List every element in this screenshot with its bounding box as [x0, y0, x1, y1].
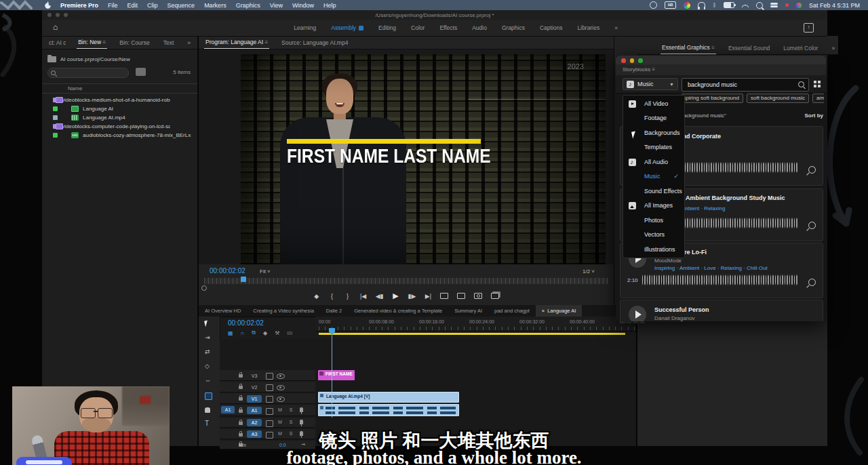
step-back-icon[interactable]: ◀▮ — [376, 293, 384, 300]
mark-out-icon[interactable]: } — [344, 293, 351, 300]
bin-row[interactable]: videoblocks-computer-code-playing-on-lcd… — [42, 122, 197, 131]
voiceover-mic-icon[interactable] — [300, 407, 303, 412]
lock-icon[interactable] — [239, 409, 243, 413]
track-name-a2[interactable]: A2 — [247, 419, 262, 426]
timeline-add-marker-icon[interactable]: ◆ — [263, 330, 267, 336]
workspace-tab-audio[interactable]: Audio — [472, 24, 487, 31]
track-select-tool-icon[interactable]: ⇥ — [205, 334, 210, 341]
status-headphones-icon[interactable] — [698, 2, 705, 8]
status-color-disc-icon[interactable] — [684, 2, 690, 9]
lift-icon[interactable] — [440, 293, 448, 299]
storyblocks-window[interactable]: Storyblocks ≡ ♪ Music ▼ inspiring soft b… — [616, 56, 826, 321]
track-name-a1[interactable]: A1 — [247, 407, 262, 414]
label-color-swatch[interactable] — [53, 115, 58, 120]
sync-lock-icon[interactable] — [266, 384, 273, 391]
menu-item-sound-effects[interactable]: Sound Effects — [623, 184, 684, 199]
menu-clip[interactable]: Clip — [147, 2, 158, 9]
program-playhead[interactable] — [241, 277, 246, 282]
suggestion-chip[interactable]: inspiring soft background — [682, 94, 743, 103]
bin-breadcrumb[interactable]: AI course.prproj/Course/New — [60, 56, 130, 62]
sequence-tab[interactable]: Generated video & creating a Template — [348, 308, 448, 314]
suggestion-chip[interactable]: ambient — [812, 94, 824, 103]
find-similar-icon[interactable] — [808, 279, 816, 286]
sequence-tab[interactable]: Dalle 2 — [320, 308, 348, 314]
selection-tool-icon[interactable] — [204, 321, 209, 327]
close-traffic-light[interactable] — [621, 58, 626, 63]
bin-row[interactable]: Language AI — [42, 104, 197, 113]
minimize-traffic-light[interactable] — [630, 58, 635, 63]
find-similar-icon[interactable] — [808, 222, 816, 229]
find-similar-icon[interactable] — [808, 166, 816, 174]
mark-in-icon[interactable]: { — [329, 293, 336, 300]
menu-item-music-selected[interactable]: Music✓ — [623, 169, 684, 184]
solo-button[interactable]: S — [288, 407, 294, 412]
hand-tool-icon[interactable] — [205, 407, 210, 413]
play-icon[interactable]: ▶ — [393, 291, 399, 300]
track-visibility-eye-icon[interactable] — [277, 373, 285, 379]
sequence-tab[interactable]: Creating a Video synthesia — [247, 308, 320, 314]
track-header-a1[interactable]: A1 A1 M S — [220, 405, 315, 416]
track-visibility-eye-icon[interactable] — [277, 397, 285, 402]
panel-menu-icon[interactable]: ≡ — [652, 66, 656, 73]
menu-item-all-video[interactable]: All Video — [623, 97, 684, 112]
status-hd-icon[interactable]: HD — [665, 1, 676, 9]
sync-lock-icon[interactable] — [266, 373, 273, 380]
solo-button[interactable]: S — [288, 420, 294, 424]
lock-icon[interactable] — [239, 386, 243, 389]
menu-item-all-audio[interactable]: All Audio — [623, 155, 684, 170]
label-color-swatch[interactable] — [53, 106, 58, 111]
ripple-edit-tool-icon[interactable]: ⇄ — [205, 348, 210, 355]
tab-source-monitor[interactable]: Source: Language AI.mp4 — [280, 36, 349, 49]
status-battery-icon[interactable] — [724, 2, 734, 8]
tab-bin-new[interactable]: Bin: New ≡ — [77, 35, 107, 49]
track-header-a2[interactable]: A2 M S — [220, 418, 315, 428]
sequence-tab-active[interactable]: ×Language AI — [536, 305, 583, 317]
track-header-v3[interactable]: V3 — [220, 370, 315, 381]
voiceover-mic-icon[interactable] — [300, 420, 303, 424]
panel-menu-icon[interactable]: ≡ — [711, 45, 715, 51]
track-name-v1[interactable]: V1 — [247, 395, 262, 403]
track-tags[interactable]: Inspiring · Ambient · Love · Relaxing · … — [654, 265, 768, 271]
workspace-tab-effects[interactable]: Effects — [439, 24, 457, 31]
menu-file[interactable]: File — [108, 2, 118, 9]
audio-clip-language-ai[interactable] — [318, 404, 459, 416]
storyblocks-panel-tab[interactable]: Storyblocks ≡ — [616, 64, 826, 75]
tab-essential-graphics[interactable]: Essential Graphics ≡ — [660, 41, 716, 54]
tab-program-monitor[interactable]: Program: Language AI ≡ — [204, 35, 269, 49]
panel-menu-icon[interactable]: ≡ — [264, 39, 268, 45]
timeline-timecode[interactable]: 00:00:02:02 — [228, 319, 264, 327]
captions-icon[interactable]: (()) — [287, 331, 292, 335]
sequence-tab[interactable]: Summary AI — [448, 308, 488, 314]
menu-window[interactable]: Window — [292, 2, 314, 9]
track-name-v2[interactable]: V2 — [247, 384, 262, 391]
tab-bin-course[interactable]: Bin: Course — [118, 36, 151, 49]
mute-button[interactable]: M — [277, 420, 283, 424]
storyblocks-search-input[interactable] — [686, 79, 791, 90]
playback-resolution-select[interactable]: 1/2 ˅ — [583, 268, 595, 275]
sync-lock-icon[interactable] — [266, 408, 273, 415]
tab-project-ai-course[interactable]: ct: AI course — [47, 36, 66, 49]
tab-text[interactable]: Text — [162, 36, 176, 49]
menu-item-all-images[interactable]: All Images — [623, 199, 684, 214]
lock-icon[interactable] — [239, 397, 243, 401]
graphic-clip-first-name[interactable]: FIRST NAME — [318, 370, 355, 380]
step-forward-icon[interactable]: ▮▶ — [408, 293, 416, 300]
workspace-tab-learning[interactable]: Learning — [294, 24, 316, 31]
storyblocks-titlebar[interactable] — [616, 56, 826, 64]
home-icon[interactable]: ⌂ — [53, 23, 62, 32]
timeline-ruler[interactable]: 00:00 00:00:08:00 00:00:16:00 00:00:24:0… — [315, 317, 636, 331]
sequence-tab[interactable]: pad and chagpt — [488, 308, 536, 314]
label-color-swatch[interactable] — [53, 133, 58, 138]
window-titlebar[interactable]: /Users/nguyenhung/Downloads/AI course.pr… — [42, 10, 827, 20]
program-video-frame[interactable]: 2023 FIRST NAME LAST NAME — [241, 54, 606, 264]
status-spotlight-icon[interactable] — [756, 2, 763, 9]
track-name-v3[interactable]: V3 — [247, 372, 262, 380]
program-timecode[interactable]: 00:00:02:02 — [210, 267, 245, 275]
suggestion-chip[interactable]: soft background music — [747, 94, 809, 103]
go-to-out-icon[interactable]: ▶| — [425, 293, 431, 300]
timeline-settings-wrench-icon[interactable]: ⚒ — [275, 330, 279, 336]
slip-tool-icon[interactable]: ⇔ — [205, 377, 211, 384]
music-result-card[interactable]: Successful Person Danail Draganov — [620, 300, 823, 321]
menu-help[interactable]: Help — [323, 2, 336, 9]
mute-button[interactable]: M — [277, 407, 283, 412]
